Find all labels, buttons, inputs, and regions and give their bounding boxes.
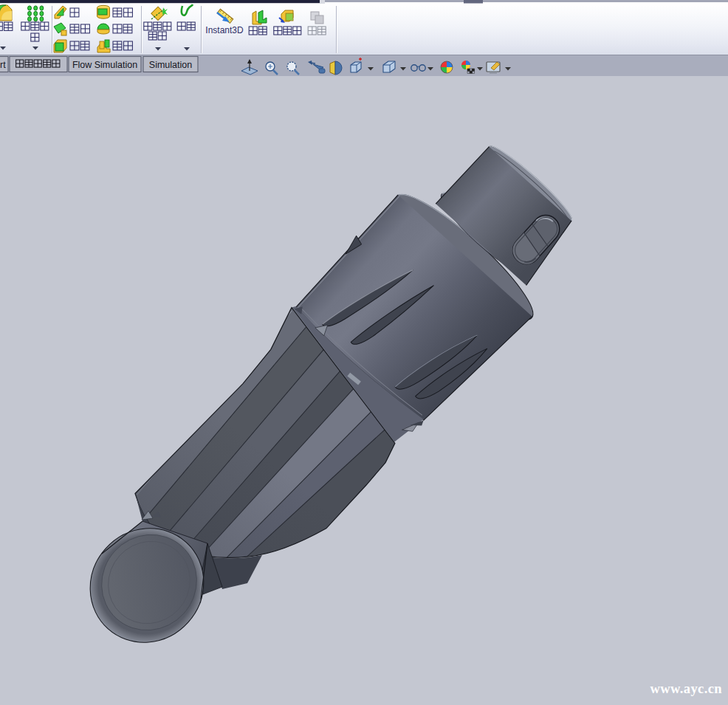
- svg-text:www.ayc.cn: www.ayc.cn: [650, 681, 722, 696]
- svg-text:Simulation: Simulation: [149, 60, 192, 70]
- svg-text:Instant3D: Instant3D: [205, 25, 244, 35]
- svg-text:Flow Simulation: Flow Simulation: [72, 60, 137, 70]
- svg-text:rt: rt: [0, 60, 6, 70]
